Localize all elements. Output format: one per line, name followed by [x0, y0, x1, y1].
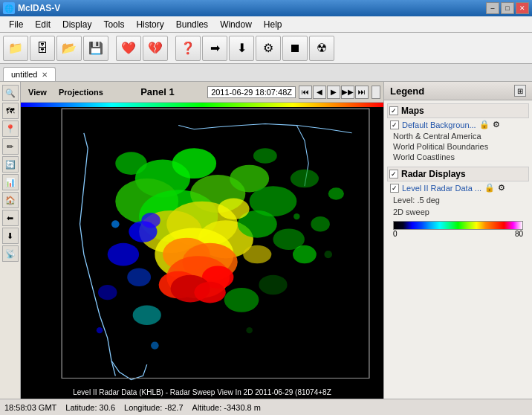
menu-item-history[interactable]: History	[130, 18, 169, 31]
menu-item-edit[interactable]: Edit	[29, 18, 56, 31]
save-button[interactable]: 💾	[83, 36, 108, 61]
tab-untitled[interactable]: untitled✕	[3, 67, 56, 81]
color-scale-labels: 0 80	[393, 230, 523, 238]
window-controls: – □ ✕	[486, 2, 529, 14]
menu-item-tools[interactable]: Tools	[97, 18, 130, 31]
open-button[interactable]: 📁	[3, 36, 28, 61]
close-button[interactable]: ✕	[516, 2, 529, 14]
maps-section-header[interactable]: ✓ Maps	[387, 103, 529, 118]
radar-section-header[interactable]: ✓ Radar Displays	[387, 167, 529, 181]
time-progress	[21, 103, 383, 107]
svg-point-33	[218, 199, 249, 220]
svg-point-34	[243, 245, 271, 263]
sidebar-btn-9[interactable]: 📡	[2, 245, 19, 262]
level2-checkbox[interactable]: ✓	[390, 184, 399, 193]
settings-button[interactable]: ⚙	[256, 36, 281, 61]
sidebar-btn-2[interactable]: 📍	[2, 120, 19, 137]
menu-item-display[interactable]: Display	[56, 18, 97, 31]
menu-item-file[interactable]: File	[3, 18, 29, 31]
favorite-button[interactable]: ❤️	[116, 36, 141, 61]
svg-point-29	[311, 216, 329, 231]
svg-point-19	[194, 282, 225, 303]
level2-item: ✓ Level II Radar Data ... 🔒 ⚙	[387, 181, 529, 194]
default-bg-checkbox[interactable]: ✓	[390, 120, 399, 129]
legend-title: Legend	[390, 86, 424, 97]
altitude-value: -3430.8 m	[224, 403, 261, 412]
maps-checkbox[interactable]: ✓	[389, 106, 398, 115]
svg-point-3	[172, 148, 216, 178]
unfavorite-button[interactable]: 💔	[143, 36, 168, 61]
maps-section-title: Maps	[401, 106, 424, 116]
minimize-button[interactable]: –	[486, 2, 499, 14]
go-to-first-button[interactable]: ⏮	[299, 86, 312, 99]
download-button[interactable]: ⬇	[229, 36, 254, 61]
tab-label: untitled	[11, 70, 37, 79]
legend-content: ✓ Maps ✓ Default Backgroun... 🔒 ⚙ North …	[384, 100, 532, 399]
longitude-value: -82.7	[164, 403, 183, 412]
svg-point-23	[127, 268, 151, 286]
tab-close-button[interactable]: ✕	[42, 71, 48, 79]
recent-button[interactable]: 📂	[56, 36, 82, 61]
settings-icon-maps[interactable]: ⚙	[493, 120, 500, 129]
sidebar-btn-3[interactable]: ✏	[2, 138, 19, 155]
map-caption-text: Level II Radar Data (KHLB) - Radar Sweep…	[73, 388, 331, 396]
left-sidebar: 🔍🗺📍✏🔄📊🏠⬅⬇📡	[0, 82, 21, 399]
sidebar-btn-7[interactable]: ⬅	[2, 210, 19, 226]
sidebar-btn-8[interactable]: ⬇	[2, 228, 19, 244]
svg-point-35	[115, 152, 146, 175]
latitude-value: 30.6	[100, 403, 115, 412]
stop-button[interactable]: ⏹	[282, 36, 308, 61]
projections-button[interactable]: Projections	[54, 87, 108, 97]
step-back-button[interactable]: ◀	[313, 86, 326, 99]
view-button[interactable]: View	[24, 87, 51, 97]
svg-point-41	[97, 327, 103, 333]
menu-item-window[interactable]: Window	[214, 18, 258, 31]
svg-point-43	[246, 327, 252, 333]
app-icon: 🌐	[3, 2, 15, 14]
sidebar-btn-1[interactable]: 🗺	[2, 103, 19, 119]
svg-point-42	[151, 341, 159, 349]
tab-bar: untitled✕	[0, 64, 532, 82]
sidebar-btn-0[interactable]: 🔍	[2, 85, 19, 101]
level2-link[interactable]: Level II Radar Data ...	[402, 184, 481, 193]
scroll-right[interactable]	[372, 86, 380, 99]
menu-item-bundles[interactable]: Bundles	[170, 18, 214, 31]
menu-item-help[interactable]: Help	[258, 18, 288, 31]
scale-max: 80	[515, 230, 523, 238]
svg-point-38	[111, 220, 120, 228]
status-bar: 18:58:03 GMT Latitude: 30.6 Longitude: -…	[0, 399, 532, 415]
sidebar-btn-5[interactable]: 📊	[2, 174, 19, 190]
go-to-last-button[interactable]: ⏭	[355, 86, 369, 99]
svg-point-25	[133, 305, 161, 325]
playback-controls: ⏮ ◀ ▶ ▶▶ ⏭	[299, 86, 369, 99]
radar-checkbox[interactable]: ✓	[389, 170, 398, 178]
settings-icon-radar[interactable]: ⚙	[498, 183, 505, 193]
help-button[interactable]: ❓	[175, 36, 201, 61]
color-scale: 0 80	[393, 221, 523, 238]
step-forward-button[interactable]: ▶▶	[341, 86, 354, 99]
map-canvas: Level II Radar Data (KHLB) - Radar Sweep…	[21, 103, 383, 399]
maps-subitem-1: North & Central America	[387, 131, 529, 141]
status-longitude: Longitude: -82.7	[124, 403, 184, 412]
sidebar-btn-6[interactable]: 🏠	[2, 192, 19, 208]
default-bg-link[interactable]: Default Backgroun...	[402, 120, 476, 129]
maximize-button[interactable]: □	[501, 2, 514, 14]
menu-bar: FileEditDisplayToolsHistoryBundlesWindow…	[0, 16, 532, 33]
svg-point-32	[141, 213, 160, 228]
sidebar-btn-4[interactable]: 🔄	[2, 156, 19, 173]
panel-label: Panel 1	[140, 86, 175, 97]
map-area[interactable]: View Projections Panel 1 2011-06-29 18:0…	[21, 82, 383, 399]
nuclear-button[interactable]: ☢	[309, 36, 334, 61]
svg-point-28	[293, 245, 317, 263]
forward-button[interactable]: ➡	[202, 36, 227, 61]
radar-display	[21, 103, 383, 399]
color-scale-bar	[393, 221, 523, 230]
scale-min: 0	[393, 230, 398, 238]
map-caption: Level II Radar Data (KHLB) - Radar Sweep…	[21, 385, 383, 399]
open-folder-button[interactable]: 🗄	[30, 36, 55, 61]
lock-icon: 🔒	[479, 120, 490, 129]
play-button[interactable]: ▶	[327, 86, 340, 99]
title-bar: 🌐 McIDAS-V – □ ✕	[0, 0, 532, 16]
latitude-label: Latitude:	[65, 403, 97, 412]
legend-expand-button[interactable]: ⊞	[514, 85, 526, 97]
